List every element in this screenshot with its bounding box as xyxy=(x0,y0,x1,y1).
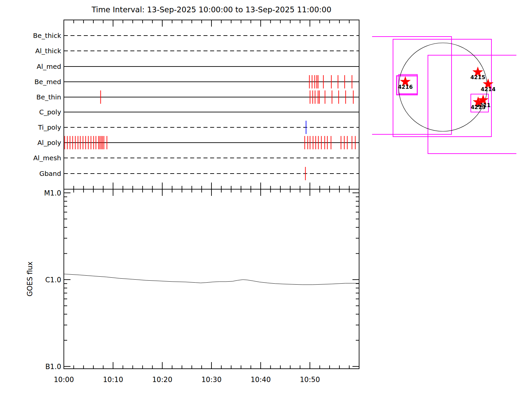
filter-label-Gband: Gband xyxy=(39,170,61,178)
filter-label-Al_poly: Al_poly xyxy=(37,139,61,147)
chart-canvas: Be_thickAl_thickAl_medBe_medBe_thinC_pol… xyxy=(0,0,532,399)
solar-timeline-screenshot: Time Interval: 13-Sep-2025 10:00:00 to 1… xyxy=(0,0,532,399)
filter-label-Al_mesh: Al_mesh xyxy=(33,154,61,162)
x-axis-label-10:30: 10:30 xyxy=(201,376,222,384)
panel-border xyxy=(64,20,359,189)
x-axis-label-10:20: 10:20 xyxy=(152,376,173,384)
goes-flux-curve xyxy=(64,274,359,285)
x-axis-label-10:50: 10:50 xyxy=(300,376,320,384)
active-region-label-4215: 4215 xyxy=(470,74,485,80)
panel-border xyxy=(64,189,359,369)
filter-label-Be_thin: Be_thin xyxy=(36,93,61,101)
filter-label-Al_thick: Al_thick xyxy=(35,47,61,55)
plot-title: Time Interval: 13-Sep-2025 10:00:00 to 1… xyxy=(64,5,359,14)
y-axis-label-C1.0: C1.0 xyxy=(45,276,61,284)
x-axis-label-10:40: 10:40 xyxy=(251,376,271,384)
filter-label-Be_med: Be_med xyxy=(34,78,61,86)
y-axis-label-B1.0: B1.0 xyxy=(45,363,61,371)
filter-label-Ti_poly: Ti_poly xyxy=(38,123,62,131)
filter-label-Al_med: Al_med xyxy=(37,63,61,70)
goes-flux-axis-title: GOES flux xyxy=(26,261,34,296)
filter-label-C_poly: C_poly xyxy=(39,108,61,116)
x-axis-label-10:10: 10:10 xyxy=(103,376,123,384)
active-region-label-4213: 4213 xyxy=(471,104,486,110)
active-region-label-4216: 4216 xyxy=(398,84,413,90)
y-axis-label-M1.0: M1.0 xyxy=(44,189,61,197)
filter-label-Be_thick: Be_thick xyxy=(33,32,61,40)
active-region-label-4214: 4214 xyxy=(481,86,496,92)
x-axis-label-10:00: 10:00 xyxy=(54,376,74,384)
